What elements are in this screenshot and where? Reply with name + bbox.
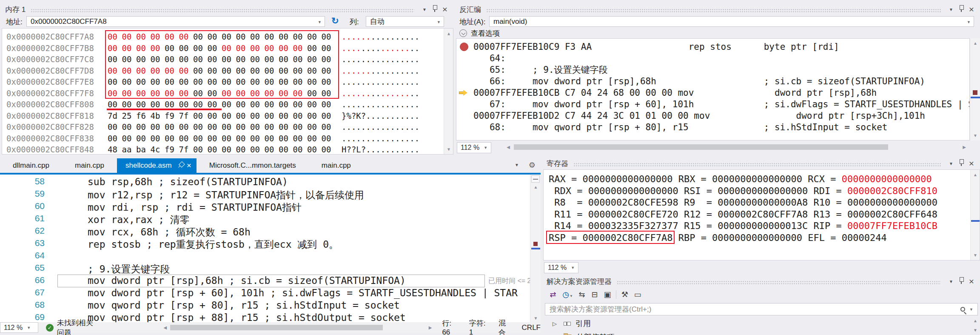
disassembly-vertical-scrollbar[interactable]: ▲ ▼ bbox=[970, 38, 980, 140]
memory-byte[interactable]: 00 bbox=[222, 99, 236, 110]
memory-byte[interactable]: 00 bbox=[165, 121, 179, 133]
solution-search-box[interactable]: 搜索解决方案资源管理器(Ctrl+;) ▼ bbox=[545, 303, 978, 315]
search-icon[interactable] bbox=[960, 307, 965, 312]
close-icon[interactable]: × bbox=[187, 161, 191, 170]
memory-byte[interactable]: 00 bbox=[151, 133, 165, 144]
memory-byte[interactable]: 00 bbox=[307, 144, 322, 155]
refresh-icon[interactable]: ↻ bbox=[331, 16, 339, 26]
scrollbar-thumb[interactable] bbox=[514, 144, 888, 150]
disassembly-zoom-control[interactable]: 112 % ▼ bbox=[457, 142, 491, 153]
window-position-menu-icon[interactable]: ▼ bbox=[946, 161, 956, 166]
memory-byte[interactable]: 00 bbox=[208, 121, 222, 133]
tab-list-chevron-icon[interactable]: ▼ bbox=[512, 163, 522, 167]
memory-byte[interactable]: 00 bbox=[165, 133, 179, 144]
memory-byte[interactable]: 00 bbox=[151, 121, 165, 133]
registers-zoom-control[interactable]: 112 % ▼ bbox=[544, 262, 578, 273]
tree-item-external-dependencies[interactable]: ▷外部依赖项 bbox=[543, 330, 970, 335]
close-icon[interactable]: × bbox=[966, 159, 977, 168]
close-icon[interactable]: × bbox=[440, 5, 450, 14]
pin-icon[interactable] bbox=[956, 277, 966, 286]
scroll-up-icon[interactable]: ▲ bbox=[971, 172, 980, 177]
memory-byte[interactable]: aa bbox=[122, 144, 137, 155]
memory-byte[interactable]: 00 bbox=[279, 133, 293, 144]
memory-byte[interactable]: 00 bbox=[193, 144, 208, 155]
tab-options-gear-icon[interactable]: ⚙ bbox=[529, 160, 536, 170]
memory-byte[interactable]: 00 bbox=[250, 144, 265, 155]
memory-byte[interactable]: 00 bbox=[265, 144, 279, 155]
memory-byte[interactable]: ba bbox=[136, 144, 151, 155]
registers-vertical-scrollbar[interactable]: ▲ ▼ bbox=[970, 170, 980, 260]
disasm-address-combo[interactable]: main(void) ▼ bbox=[489, 16, 974, 27]
memory-byte[interactable]: 00 bbox=[265, 110, 279, 122]
memory-byte[interactable]: 00 bbox=[108, 121, 122, 133]
chevron-down-icon[interactable]: ▼ bbox=[437, 20, 441, 24]
close-icon[interactable]: × bbox=[966, 277, 977, 286]
chevron-down-icon[interactable]: ▼ bbox=[318, 20, 322, 24]
memory-byte[interactable]: 00 bbox=[208, 144, 222, 155]
collapse-all-icon[interactable]: ⊟ bbox=[588, 290, 601, 299]
pin-icon[interactable] bbox=[956, 159, 966, 168]
properties-icon[interactable]: ⚒ bbox=[618, 290, 631, 299]
memory-byte[interactable]: 00 bbox=[236, 144, 251, 155]
pin-icon[interactable] bbox=[175, 161, 185, 171]
editor-split-handle[interactable] bbox=[531, 175, 540, 183]
pin-icon[interactable] bbox=[956, 5, 966, 14]
memory-address-combo[interactable]: 0x0000002C80CFF7A8 ▼ bbox=[26, 16, 325, 27]
scroll-left-icon[interactable]: ◀ bbox=[504, 145, 513, 149]
sync-active-document-icon[interactable]: ⇄ bbox=[547, 290, 559, 299]
tab-main-cpp[interactable]: main.cpp bbox=[309, 158, 364, 173]
memory-byte[interactable]: f9 bbox=[165, 144, 179, 155]
memory-byte[interactable]: 00 bbox=[222, 144, 236, 155]
scroll-up-icon[interactable]: ▲ bbox=[970, 41, 980, 46]
memory-byte[interactable]: 00 bbox=[265, 99, 279, 110]
memory-byte[interactable]: 00 bbox=[307, 99, 322, 110]
scroll-up-icon[interactable]: ▲ bbox=[530, 185, 541, 189]
memory-byte[interactable]: 00 bbox=[136, 133, 151, 144]
memory-byte[interactable]: 00 bbox=[122, 133, 137, 144]
show-all-files-icon[interactable]: ▣ bbox=[601, 290, 614, 299]
memory-byte[interactable]: f9 bbox=[165, 110, 179, 122]
memory-byte[interactable]: 00 bbox=[122, 121, 137, 133]
memory-byte[interactable]: 00 bbox=[293, 144, 308, 155]
scroll-up-icon[interactable]: ▲ bbox=[971, 318, 980, 323]
scrollbar-thumb[interactable] bbox=[170, 325, 383, 330]
editor-vertical-scrollbar[interactable]: ▲ ▼ bbox=[530, 175, 541, 322]
tab-microsoft-c-mmon-targets[interactable]: Microsoft.C...mmon.targets bbox=[197, 158, 309, 173]
chevron-down-icon[interactable]: ▼ bbox=[969, 307, 973, 312]
editor-zoom-control[interactable]: 112 % ▼ bbox=[0, 322, 38, 333]
editor-code-area[interactable]: 58sub rsp,68h ; sizeof(STARTUPINFOA)59mo… bbox=[0, 175, 530, 322]
memory-byte[interactable]: 48 bbox=[108, 144, 122, 155]
chevron-down-icon[interactable]: ▼ bbox=[570, 294, 573, 298]
memory-byte[interactable]: 00 bbox=[193, 110, 208, 122]
memory-byte[interactable]: 00 bbox=[236, 121, 251, 133]
memory-byte[interactable]: 00 bbox=[265, 133, 279, 144]
memory-byte[interactable]: 00 bbox=[250, 99, 265, 110]
memory-byte[interactable]: 00 bbox=[293, 133, 308, 144]
breakpoint-icon[interactable] bbox=[460, 43, 468, 51]
preview-selected-icon[interactable]: ▭ bbox=[631, 290, 644, 299]
memory-byte[interactable]: 00 bbox=[193, 121, 208, 133]
window-position-menu-icon[interactable]: ▼ bbox=[946, 279, 956, 284]
memory-byte[interactable]: 00 bbox=[279, 99, 293, 110]
memory-byte[interactable]: 00 bbox=[222, 121, 236, 133]
scroll-down-icon[interactable]: ▼ bbox=[444, 147, 453, 152]
memory-byte[interactable]: 7f bbox=[179, 144, 194, 155]
memory-byte[interactable]: 00 bbox=[265, 121, 279, 133]
memory-byte[interactable]: 00 bbox=[179, 133, 194, 144]
scroll-down-icon[interactable]: ▼ bbox=[970, 133, 980, 138]
memory-byte[interactable]: f6 bbox=[136, 110, 151, 122]
editor-horizontal-scrollbar[interactable] bbox=[170, 325, 425, 330]
memory-byte[interactable]: 00 bbox=[236, 110, 251, 122]
memory-byte[interactable]: 00 bbox=[279, 110, 293, 122]
memory-byte[interactable]: 00 bbox=[279, 121, 293, 133]
memory-byte[interactable]: 00 bbox=[307, 110, 322, 122]
memory-byte[interactable]: 00 bbox=[307, 133, 322, 144]
memory-byte[interactable]: 7d bbox=[108, 110, 122, 122]
disassembly-gutter[interactable] bbox=[456, 39, 472, 140]
memory-byte[interactable]: 4c bbox=[151, 144, 165, 155]
disassembly-horizontal-scrollbar[interactable]: ◀ ▶ bbox=[504, 143, 970, 152]
memory-byte[interactable]: 00 bbox=[250, 110, 265, 122]
memory-byte[interactable]: 00 bbox=[179, 121, 194, 133]
memory-byte[interactable]: 00 bbox=[208, 110, 222, 122]
collapse-chevron-icon[interactable] bbox=[459, 29, 467, 37]
